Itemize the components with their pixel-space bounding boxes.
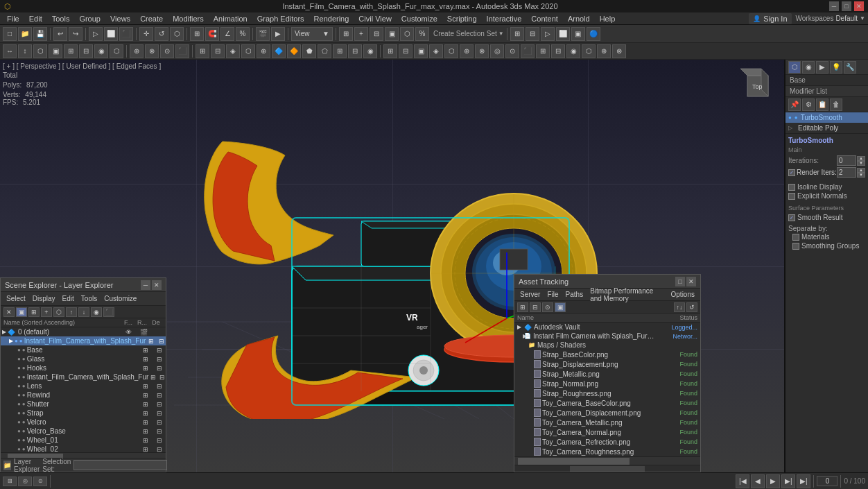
se-icon-filter[interactable]: ▣ bbox=[16, 307, 27, 317]
tb2-btn-13[interactable]: ⊞ bbox=[196, 44, 209, 58]
explicit-normals-checkbox[interactable] bbox=[788, 193, 795, 200]
menu-rendering[interactable]: Rendering bbox=[310, 14, 354, 24]
menu-customize[interactable]: Customize bbox=[397, 14, 442, 24]
scale-button[interactable]: ⬡ bbox=[170, 27, 184, 41]
mod-icon-paste[interactable]: 📋 bbox=[816, 98, 828, 111]
menu-arnold[interactable]: Arnold bbox=[564, 14, 594, 24]
smooth-result-checkbox[interactable] bbox=[788, 214, 795, 221]
snap-button[interactable]: 🧲 bbox=[205, 27, 219, 41]
menu-civil-view[interactable]: Civil View bbox=[354, 14, 395, 24]
at-tb-btn-2[interactable]: ⊟ bbox=[530, 302, 541, 312]
tb2-btn-15[interactable]: ◈ bbox=[226, 44, 240, 58]
tb2-btn-32[interactable]: ◎ bbox=[490, 44, 504, 58]
mod-icon-delete[interactable]: 🗑 bbox=[830, 98, 842, 111]
extra-btn-6[interactable]: 🔵 bbox=[587, 27, 600, 41]
at-item-maps-group[interactable]: ▼ 📁 Maps / Shaders bbox=[514, 341, 700, 350]
view-cube[interactable]: Top bbox=[737, 65, 779, 107]
menu-tools[interactable]: Tools bbox=[48, 14, 74, 24]
status-icon-2[interactable]: ◎ bbox=[18, 477, 32, 486]
tb2-btn-36[interactable]: ⊟ bbox=[551, 44, 565, 58]
menu-interactive[interactable]: Interactive bbox=[483, 14, 526, 24]
tb2-btn-4[interactable]: ▣ bbox=[49, 44, 62, 58]
tb2-btn-10[interactable]: ⊗ bbox=[145, 44, 159, 58]
tb2-btn-1[interactable]: ↔ bbox=[3, 44, 17, 58]
at-menu-bitmap[interactable]: Bitmap Performance and Memory bbox=[587, 287, 666, 302]
at-bottom-scrollbar-thumb[interactable] bbox=[570, 466, 644, 472]
iterations-down[interactable]: ▼ bbox=[857, 161, 865, 166]
menu-help[interactable]: Help bbox=[596, 14, 620, 24]
rp-icon-hierarchy[interactable]: ◉ bbox=[802, 61, 815, 74]
se-item-layer-0[interactable]: ▶ 🔷 0 (default) 👁 🎬 bbox=[1, 327, 166, 336]
se-item-hooks[interactable]: ● ● Hooks ⊞ ⊟ bbox=[1, 363, 166, 372]
iterations-input[interactable] bbox=[837, 155, 856, 166]
tb2-btn-2[interactable]: ↕ bbox=[18, 44, 32, 58]
se-item-glass[interactable]: ● ● Glass ⊞ ⊟ bbox=[1, 354, 166, 363]
tb2-btn-34[interactable]: ⬛ bbox=[521, 44, 535, 58]
menu-modifiers[interactable]: Modifiers bbox=[168, 14, 208, 24]
rotate-button[interactable]: ↺ bbox=[155, 27, 168, 41]
at-tb-sort-btn[interactable]: ↑↓ bbox=[674, 302, 685, 312]
tb2-btn-31[interactable]: ⊗ bbox=[475, 44, 489, 58]
tool-btn-1[interactable]: ⊞ bbox=[339, 27, 353, 41]
maximize-button[interactable]: □ bbox=[842, 1, 851, 11]
select-button[interactable]: ▷ bbox=[89, 27, 103, 41]
tb2-btn-12[interactable]: ⬛ bbox=[175, 44, 189, 58]
se-item-velcro-base[interactable]: ● ● Velcro_Base ⊞ ⊟ bbox=[1, 427, 166, 436]
extra-btn-4[interactable]: ⬜ bbox=[556, 27, 570, 41]
extra-btn-5[interactable]: ▣ bbox=[571, 27, 585, 41]
at-menu-file[interactable]: File bbox=[544, 291, 561, 298]
rp-icon-utilities[interactable]: 🔧 bbox=[844, 61, 856, 74]
se-close-button[interactable]: ✕ bbox=[152, 280, 162, 290]
at-tb-btn-1[interactable]: ⊞ bbox=[517, 302, 528, 312]
view-dropdown[interactable]: View ▼ bbox=[291, 27, 333, 41]
tb2-btn-33[interactable]: ⊙ bbox=[505, 44, 519, 58]
at-expand-vault[interactable]: ▶ bbox=[517, 324, 524, 330]
tool-btn-2[interactable]: + bbox=[354, 27, 368, 41]
rp-icon-display[interactable]: 💡 bbox=[830, 61, 842, 74]
undo-button[interactable]: ↩ bbox=[53, 27, 67, 41]
move-button[interactable]: ✛ bbox=[139, 27, 153, 41]
tb2-btn-20[interactable]: ⬟ bbox=[302, 44, 316, 58]
render-iters-up[interactable]: ▲ bbox=[857, 168, 865, 173]
at-menu-server[interactable]: Server bbox=[517, 291, 543, 298]
render-iters-down[interactable]: ▼ bbox=[857, 173, 865, 178]
at-scrollbar-thumb[interactable] bbox=[518, 458, 630, 465]
reference-button[interactable]: ⊞ bbox=[190, 27, 204, 41]
iterations-up[interactable]: ▲ bbox=[857, 156, 865, 161]
frame-input[interactable] bbox=[817, 476, 837, 486]
se-item-lens[interactable]: ● ● Lens ⊞ ⊟ bbox=[1, 381, 166, 391]
window-crossing-button[interactable]: ⬛ bbox=[119, 27, 133, 41]
at-scrollbar[interactable] bbox=[514, 456, 700, 465]
tb2-btn-39[interactable]: ⊕ bbox=[597, 44, 611, 58]
at-item-main-file[interactable]: ▶ 📄 Instant Film Camera with Splash_Fur … bbox=[514, 332, 700, 341]
at-item-toy-displacement[interactable]: Toy_Camera_Displacement.png Found bbox=[514, 408, 700, 418]
minimize-button[interactable]: ─ bbox=[829, 1, 839, 11]
3d-viewport[interactable]: [ + ] [ Perspective ] [ User Defined ] [… bbox=[0, 60, 785, 472]
menu-content[interactable]: Content bbox=[527, 14, 562, 24]
se-item-root-object[interactable]: ▶ ● ● Instant_Film_Camera_with_Splash_Fu… bbox=[1, 336, 166, 345]
at-tb-btn-3[interactable]: ⊙ bbox=[542, 302, 553, 312]
close-button[interactable]: ✕ bbox=[854, 1, 864, 11]
render-iters-input[interactable] bbox=[837, 167, 856, 178]
se-icon-4[interactable]: ⬡ bbox=[53, 307, 64, 317]
se-item-rewind[interactable]: ● ● Rewind ⊞ ⊟ bbox=[1, 391, 166, 400]
tb2-btn-19[interactable]: 🔶 bbox=[287, 44, 301, 58]
at-tb-refresh-btn[interactable]: ↺ bbox=[686, 302, 697, 312]
workspaces-dropdown[interactable]: ▼ bbox=[860, 15, 865, 22]
tb2-btn-6[interactable]: ⊟ bbox=[79, 44, 93, 58]
redo-button[interactable]: ↪ bbox=[69, 27, 83, 41]
at-tb-btn-4[interactable]: ▣ bbox=[555, 302, 566, 312]
menu-edit[interactable]: Edit bbox=[25, 14, 46, 24]
tb2-btn-8[interactable]: ⬡ bbox=[110, 44, 123, 58]
tool-btn-6[interactable]: % bbox=[415, 27, 429, 41]
se-item-strap[interactable]: ● ● Strap ⊞ ⊟ bbox=[1, 409, 166, 418]
tb2-btn-22[interactable]: ⊞ bbox=[333, 44, 347, 58]
play-button[interactable]: ▶ bbox=[766, 474, 780, 488]
tb2-btn-18[interactable]: 🔷 bbox=[272, 44, 286, 58]
menu-scripting[interactable]: Scripting bbox=[443, 14, 481, 24]
at-item-strap-roughness[interactable]: Strap_Roughness.png Found bbox=[514, 388, 700, 398]
se-minimize-button[interactable]: ─ bbox=[141, 280, 150, 290]
rp-icon-modify[interactable]: ⬡ bbox=[788, 61, 801, 74]
at-maximize-button[interactable]: □ bbox=[675, 277, 685, 286]
se-item-instant-film[interactable]: ● ● Instant_Film_Camera_with_Splash_Fur … bbox=[1, 372, 166, 381]
